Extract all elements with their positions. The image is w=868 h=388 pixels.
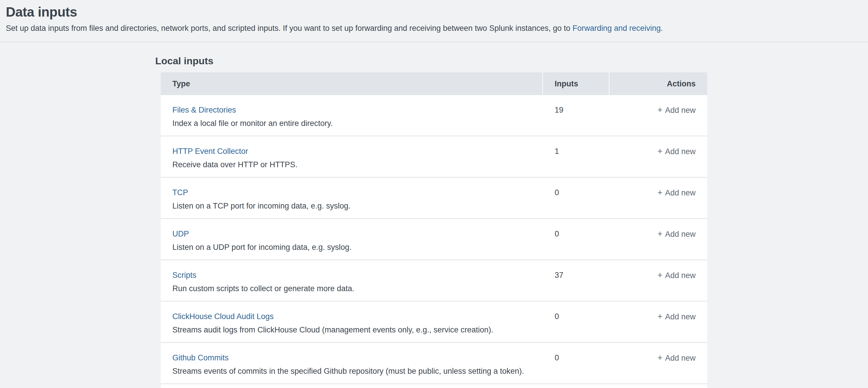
type-cell: Github Commits Streams events of commits…	[161, 353, 543, 376]
add-new-label: Add new	[665, 312, 695, 321]
plus-icon: +	[657, 146, 662, 156]
inputs-count: 1	[543, 146, 610, 156]
page-subtitle-period: .	[661, 24, 663, 33]
page-title: Data inputs	[6, 4, 856, 20]
table-row-http-event-collector: HTTP Event Collector Receive data over H…	[161, 137, 707, 178]
plus-icon: +	[657, 311, 662, 321]
input-type-link-udp[interactable]: UDP	[173, 229, 189, 239]
add-new-label: Add new	[665, 354, 695, 362]
input-type-description: Run custom scripts to collect or generat…	[173, 283, 531, 294]
input-type-description: Listen on a TCP port for incoming data, …	[173, 201, 531, 211]
input-type-link-http-event-collector[interactable]: HTTP Event Collector	[173, 146, 248, 156]
input-type-link-scripts[interactable]: Scripts	[173, 270, 196, 280]
add-new-label: Add new	[665, 106, 695, 115]
inputs-count: 19	[543, 105, 610, 115]
actions-cell: +Add new	[610, 311, 707, 322]
add-new-button-tcp[interactable]: +Add new	[657, 188, 695, 197]
add-new-button-files-directories[interactable]: +Add new	[657, 106, 695, 115]
type-cell: ClickHouse Cloud Audit Logs Streams audi…	[161, 311, 543, 335]
table-row-github-commits: Github Commits Streams events of commits…	[161, 343, 707, 384]
page-header: Data inputs Set up data inputs from file…	[0, 0, 868, 42]
plus-icon: +	[657, 353, 662, 363]
inputs-count: 0	[543, 353, 610, 363]
type-cell: TCP Listen on a TCP port for incoming da…	[161, 188, 543, 211]
type-cell: Scripts Run custom scripts to collect or…	[161, 270, 543, 294]
actions-cell: +Add new	[610, 105, 707, 115]
add-new-label: Add new	[665, 271, 695, 280]
add-new-button-scripts[interactable]: +Add new	[657, 271, 695, 280]
add-new-button-http-event-collector[interactable]: +Add new	[657, 147, 695, 156]
inputs-count: 0	[543, 229, 610, 239]
inputs-count: 0	[543, 311, 610, 321]
plus-icon: +	[657, 270, 662, 280]
inputs-count: 37	[543, 270, 610, 280]
page-subtitle-text: Set up data inputs from files and direct…	[6, 24, 573, 33]
input-type-description: Listen on a UDP port for incoming data, …	[173, 242, 531, 252]
table-row-tcp: TCP Listen on a TCP port for incoming da…	[161, 178, 707, 219]
type-cell: Files & Directories Index a local file o…	[161, 105, 543, 128]
column-header-inputs: Inputs	[543, 72, 610, 95]
column-header-type: Type	[161, 72, 543, 95]
add-new-label: Add new	[665, 188, 695, 197]
table-row-files-directories: Files & Directories Index a local file o…	[161, 95, 707, 137]
plus-icon: +	[657, 188, 662, 198]
input-type-description: Receive data over HTTP or HTTPS.	[173, 160, 531, 170]
actions-cell: +Add new	[610, 270, 707, 280]
table-header-row: Type Inputs Actions	[161, 72, 707, 95]
table-row-partial	[161, 384, 707, 388]
table-row-scripts: Scripts Run custom scripts to collect or…	[161, 260, 707, 302]
input-type-description: Streams events of commits in the specifi…	[173, 366, 531, 376]
input-type-description: Streams audit logs from ClickHouse Cloud…	[173, 325, 531, 335]
input-type-link-github-commits[interactable]: Github Commits	[173, 353, 229, 363]
type-cell: UDP Listen on a UDP port for incoming da…	[161, 229, 543, 252]
actions-cell: +Add new	[610, 353, 707, 363]
add-new-label: Add new	[665, 230, 695, 239]
plus-icon: +	[657, 229, 662, 239]
table-row-udp: UDP Listen on a UDP port for incoming da…	[161, 219, 707, 260]
content-area: Local inputs Type Inputs Actions Files &…	[0, 42, 868, 388]
inputs-count: 0	[543, 188, 610, 198]
table-row-clickhouse-cloud-audit-logs: ClickHouse Cloud Audit Logs Streams audi…	[161, 302, 707, 343]
add-new-label: Add new	[665, 147, 695, 156]
add-new-button-github-commits[interactable]: +Add new	[657, 354, 695, 362]
input-type-link-clickhouse-cloud-audit-logs[interactable]: ClickHouse Cloud Audit Logs	[173, 311, 274, 321]
actions-cell: +Add new	[610, 146, 707, 156]
page-subtitle: Set up data inputs from files and direct…	[6, 23, 856, 33]
type-cell: HTTP Event Collector Receive data over H…	[161, 146, 543, 170]
section-heading-local-inputs: Local inputs	[155, 55, 868, 67]
actions-cell: +Add new	[610, 229, 707, 239]
input-type-link-tcp[interactable]: TCP	[173, 188, 188, 198]
plus-icon: +	[657, 105, 662, 115]
add-new-button-clickhouse-cloud-audit-logs[interactable]: +Add new	[657, 312, 695, 321]
input-type-description: Index a local file or monitor an entire …	[173, 118, 531, 128]
local-inputs-table: Type Inputs Actions Files & Directories …	[161, 72, 707, 388]
add-new-button-udp[interactable]: +Add new	[657, 230, 695, 239]
forwarding-and-receiving-link[interactable]: Forwarding and receiving	[573, 24, 661, 33]
actions-cell: +Add new	[610, 188, 707, 198]
column-header-actions: Actions	[610, 80, 707, 88]
input-type-link-files-directories[interactable]: Files & Directories	[173, 105, 236, 115]
